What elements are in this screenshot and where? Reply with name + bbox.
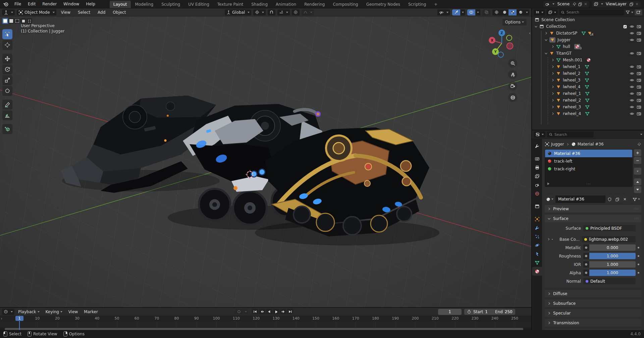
chevron-right-icon[interactable]: [551, 65, 555, 69]
outliner-row-titangt[interactable]: TitanGT: [532, 50, 644, 57]
properties-search[interactable]: [547, 131, 594, 137]
copy-icon[interactable]: [629, 2, 634, 6]
eye-icon[interactable]: [630, 111, 634, 116]
outliner-search-input[interactable]: [566, 10, 604, 15]
tab-object[interactable]: [532, 215, 542, 223]
base-color-field[interactable]: lightmap.webp.002: [582, 236, 636, 242]
viewport-menu-select[interactable]: Select: [75, 9, 93, 16]
tool-measure[interactable]: [2, 110, 12, 120]
eye-icon[interactable]: [630, 24, 634, 29]
list-resize-grip[interactable]: ∷∷: [586, 182, 591, 186]
stopwatch-icon[interactable]: [467, 309, 471, 314]
workspace-tab-modeling[interactable]: Modeling: [131, 1, 157, 8]
workspace-tab-animation[interactable]: Animation: [272, 1, 300, 8]
viewport-menu-add[interactable]: Add: [95, 9, 108, 16]
camera-visibility-icon[interactable]: [637, 51, 641, 56]
timeline-menu-marker[interactable]: Marker: [82, 308, 100, 315]
viewport-menu-view[interactable]: View: [58, 9, 73, 16]
eye-icon[interactable]: [630, 64, 634, 69]
pin-icon[interactable]: [572, 2, 577, 6]
move-slot-down-button[interactable]: [634, 186, 641, 193]
object-visibility-button[interactable]: [437, 9, 450, 15]
normal-field[interactable]: Default: [583, 278, 636, 284]
eye-icon[interactable]: [630, 51, 634, 56]
roughness-slider[interactable]: 1.000: [589, 253, 636, 259]
current-frame-field[interactable]: 1: [438, 309, 462, 315]
gizmo-y-neg-axis[interactable]: [506, 35, 512, 41]
ortho-toggle-button[interactable]: [508, 93, 517, 102]
workspace-tab-rendering[interactable]: Rendering: [301, 1, 328, 8]
tab-output[interactable]: [532, 163, 542, 172]
outliner-filter-button[interactable]: [626, 10, 633, 14]
copy-icon[interactable]: [578, 2, 582, 6]
tool-annotate[interactable]: [2, 100, 12, 110]
overlays-toggle[interactable]: [467, 9, 475, 15]
outliner-row-mesh001[interactable]: Mesh.001: [532, 57, 644, 63]
diffuse-panel-header[interactable]: Diffuse: [545, 290, 641, 297]
subsurface-panel-header[interactable]: Subsurface: [545, 299, 641, 307]
viewlayer-name[interactable]: ViewLayer: [604, 2, 628, 6]
chevron-right-icon[interactable]: [551, 98, 555, 102]
outliner-row-rwheel1[interactable]: rwheel_1: [532, 90, 644, 97]
gizmo-dropdown[interactable]: [461, 9, 465, 15]
camera-visibility-icon[interactable]: [637, 91, 641, 96]
editor-type-button[interactable]: [2, 9, 15, 15]
proportional-edit-toggle[interactable]: [292, 9, 300, 15]
outliner-row-hull[interactable]: hull 3: [532, 43, 644, 50]
chevron-right-icon[interactable]: [551, 45, 555, 49]
pan-button[interactable]: [508, 70, 517, 79]
workspace-tab-shading[interactable]: Shading: [248, 1, 271, 8]
prev-keyframe-button[interactable]: [259, 309, 265, 315]
keyframe-dot[interactable]: [638, 272, 639, 274]
play-button[interactable]: [273, 309, 279, 315]
breadcrumb-object[interactable]: Jugger: [551, 142, 564, 147]
fake-user-button[interactable]: [606, 195, 613, 203]
gizmo-x-neg-axis[interactable]: [507, 43, 513, 49]
navigation-gizmo[interactable]: Z X Y: [486, 26, 517, 61]
eye-icon[interactable]: [630, 71, 634, 76]
timeline-expand-arrow[interactable]: ›: [1, 316, 2, 321]
menu-file[interactable]: File: [11, 0, 24, 8]
select-mode-subtract-button[interactable]: [14, 18, 20, 24]
tool-cursor[interactable]: [2, 40, 12, 50]
timeline-menu-keying[interactable]: Keying: [43, 308, 65, 315]
chevron-right-icon[interactable]: [551, 105, 555, 109]
chevron-right-icon[interactable]: [551, 85, 555, 89]
new-collection-button[interactable]: [635, 9, 642, 15]
keyframe-dot[interactable]: [638, 247, 639, 248]
chevron-right-icon[interactable]: [551, 58, 555, 62]
eye-icon[interactable]: [630, 38, 634, 42]
outliner-row-lwheel1[interactable]: lwheel_1: [532, 63, 644, 70]
eye-icon[interactable]: [630, 91, 634, 96]
blender-logo-icon[interactable]: [3, 1, 9, 7]
jump-to-start-button[interactable]: [252, 309, 258, 315]
keyframe-dot[interactable]: [638, 264, 639, 265]
camera-visibility-icon[interactable]: [637, 64, 641, 69]
eye-icon[interactable]: [630, 105, 634, 109]
outliner-row-jugger[interactable]: Jugger: [532, 37, 644, 43]
end-value[interactable]: 250: [505, 309, 513, 314]
menu-render[interactable]: Render: [39, 0, 60, 8]
viewport-options-button[interactable]: Options: [502, 19, 527, 25]
outliner-row-lwheel4[interactable]: lwheel_4: [532, 83, 644, 90]
tool-add-cube[interactable]: [2, 124, 12, 134]
properties-search-input[interactable]: [554, 132, 592, 137]
falloff-button[interactable]: [302, 9, 314, 15]
material-name-field[interactable]: Material #36: [555, 195, 605, 203]
outliner-row-scene-collection[interactable]: Scene Collection: [532, 16, 644, 23]
tab-render[interactable]: [532, 154, 542, 163]
tab-scene[interactable]: [532, 180, 542, 189]
properties-editor-type-button[interactable]: [534, 131, 545, 137]
transmission-panel-header[interactable]: Transmission: [545, 319, 641, 327]
menu-window[interactable]: Window: [60, 0, 82, 8]
socket-button[interactable]: [583, 244, 589, 251]
remove-slot-button[interactable]: [634, 157, 641, 164]
camera-visibility-icon[interactable]: [637, 84, 641, 89]
chevron-right-icon[interactable]: [551, 112, 555, 116]
unlink-material-button[interactable]: [622, 195, 628, 203]
shading-material-button[interactable]: [508, 9, 517, 15]
camera-visibility-icon[interactable]: [637, 24, 641, 29]
tab-tool[interactable]: [532, 142, 542, 150]
shading-solid-button[interactable]: [500, 9, 508, 15]
slot-specials-button[interactable]: [634, 168, 641, 175]
